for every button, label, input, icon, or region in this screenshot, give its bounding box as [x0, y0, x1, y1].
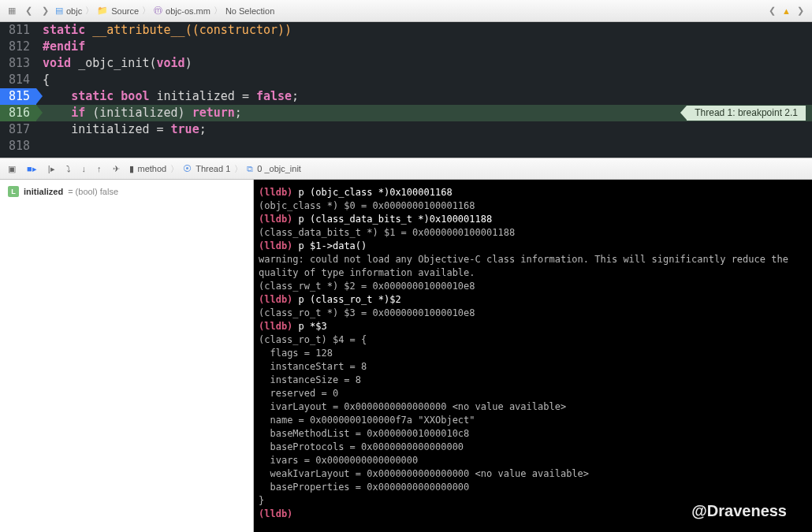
nav-forward-icon[interactable]: ❯: [39, 4, 52, 17]
console-line: (class_ro_t) $4 = {: [259, 333, 807, 347]
line-number: 812: [0, 39, 36, 55]
code-editor[interactable]: 811 static __attribute__((constructor)) …: [0, 22, 812, 158]
debug-area: L initialized = (bool) false (lldb) p (o…: [0, 180, 812, 532]
code-line: 811 static __attribute__((constructor)): [0, 22, 812, 39]
step-over-icon[interactable]: ⤵: [65, 162, 73, 175]
breadcrumb-item[interactable]: objc-os.mm: [166, 6, 210, 16]
app-icon: ▮: [129, 164, 134, 174]
console-line: baseProperties = 0x0000000000000000: [259, 481, 807, 494]
thread-icon: ⦿: [183, 164, 192, 173]
breakpoints-toggle-icon[interactable]: ■▸: [25, 162, 39, 176]
console-line: (lldb) p (class_data_bits_t *)0x10000118…: [259, 213, 807, 226]
line-number: 814: [0, 72, 36, 88]
console-line: (class_rw_t *) $2 = 0x00000001000010e8: [259, 280, 807, 293]
breadcrumb-bar: ▦ ❮ ❯ ▤ objc 〉 📁 Source 〉 ⓜ objc-os.mm 〉…: [0, 0, 812, 22]
console-line: baseProtocols = 0x0000000000000000: [259, 441, 807, 454]
code-line: 818: [0, 138, 812, 154]
variables-panel[interactable]: L initialized = (bool) false: [0, 180, 254, 532]
chevron-right-icon: 〉: [142, 5, 151, 17]
console-line: instanceSize = 8: [259, 374, 807, 387]
view-memory-icon[interactable]: ✈: [111, 162, 121, 176]
step-out-icon[interactable]: ↑: [95, 162, 103, 175]
console-line: reserved = 0: [259, 387, 807, 400]
console-line: warning: could not load any Objective-C …: [259, 253, 807, 280]
console-line: (objc_class *) $0 = 0x0000000100001168: [259, 199, 807, 213]
console-line: name = 0x0000000100000f7a "XXObject": [259, 414, 807, 427]
console-line: ivars = 0x0000000000000000: [259, 454, 807, 467]
line-number-execution[interactable]: 816: [0, 105, 36, 121]
frame-icon: ⧉: [247, 164, 253, 174]
m-file-icon: ⓜ: [154, 5, 162, 17]
console-line: (lldb) p *$3: [259, 320, 807, 333]
stack-method[interactable]: method: [138, 164, 167, 173]
related-items-icon[interactable]: ▦: [5, 4, 19, 17]
line-number: 818: [0, 138, 36, 154]
chevron-right-icon: 〉: [214, 5, 222, 17]
console-line: instanceStart = 8: [259, 360, 807, 374]
code-line: 817 initialized = true;: [0, 121, 812, 138]
debug-toolbar: ▣ ■▸ |▸ ⤵ ↓ ↑ ✈ ▮ method 〉 ⦿ Thread 1 〉 …: [0, 158, 812, 180]
code-line-current: 815 static bool initialized = false;: [0, 88, 812, 105]
code-line: 814 {: [0, 72, 812, 88]
line-number: 811: [0, 22, 36, 39]
step-into-icon[interactable]: ↓: [80, 162, 88, 175]
line-number: 813: [0, 55, 36, 72]
line-number-breakpoint[interactable]: 815: [0, 88, 36, 105]
chevron-right-icon: 〉: [234, 163, 243, 175]
file-icon: ▤: [55, 6, 63, 16]
console-line: (lldb) p (objc_class *)0x100001168: [259, 186, 807, 199]
console-line: weakIvarLayout = 0x0000000000000000 <no …: [259, 467, 807, 481]
code-line: 813 void _objc_init(void): [0, 55, 812, 72]
variable-name: initialized: [24, 187, 63, 196]
console-line: (class_ro_t *) $3 = 0x00000001000010e8: [259, 307, 807, 320]
nav-forward-icon[interactable]: ❯: [794, 4, 807, 17]
console-line: (class_data_bits_t *) $1 = 0x00000001000…: [259, 226, 807, 240]
lldb-console[interactable]: (lldb) p (objc_class *)0x100001168(objc_…: [254, 180, 812, 532]
stack-breadcrumb[interactable]: ▮ method 〉 ⦿ Thread 1 〉 ⧉ 0 _objc_init: [129, 163, 301, 175]
variable-value: = (bool) false: [68, 187, 118, 196]
stack-thread[interactable]: Thread 1: [196, 164, 230, 173]
line-number: 817: [0, 121, 36, 138]
local-var-badge: L: [8, 186, 19, 197]
console-line: flags = 128: [259, 347, 807, 360]
console-line: baseMethodList = 0x00000001000010c8: [259, 427, 807, 441]
chevron-right-icon: 〉: [170, 163, 179, 175]
hide-debug-icon[interactable]: ▣: [6, 162, 17, 176]
breadcrumb-item[interactable]: objc: [66, 6, 82, 16]
console-line: ivarLayout = 0x0000000000000000 <no valu…: [259, 400, 807, 414]
chevron-right-icon: 〉: [85, 5, 94, 17]
console-line: (lldb) p (class_ro_t *)$2: [259, 293, 807, 307]
continue-icon[interactable]: |▸: [47, 162, 57, 176]
warning-icon[interactable]: ▲: [782, 6, 791, 16]
watermark: @Draveness: [691, 504, 787, 518]
breakpoint-badge[interactable]: Thread 1: breakpoint 2.1: [687, 106, 806, 121]
breadcrumb-item[interactable]: Source: [111, 6, 139, 16]
variable-row[interactable]: L initialized = (bool) false: [8, 186, 245, 197]
code-line-step: 816 if (initialized) return; Thread 1: b…: [0, 105, 812, 121]
nav-back-icon[interactable]: ❮: [22, 4, 35, 17]
folder-icon: 📁: [97, 6, 108, 16]
console-line: (lldb) p $1->data(): [259, 240, 807, 253]
breadcrumb-item[interactable]: No Selection: [225, 6, 274, 16]
code-line: 812 #endif: [0, 39, 812, 55]
stack-frame[interactable]: 0 _objc_init: [257, 164, 301, 173]
nav-back-icon[interactable]: ❮: [765, 4, 779, 17]
